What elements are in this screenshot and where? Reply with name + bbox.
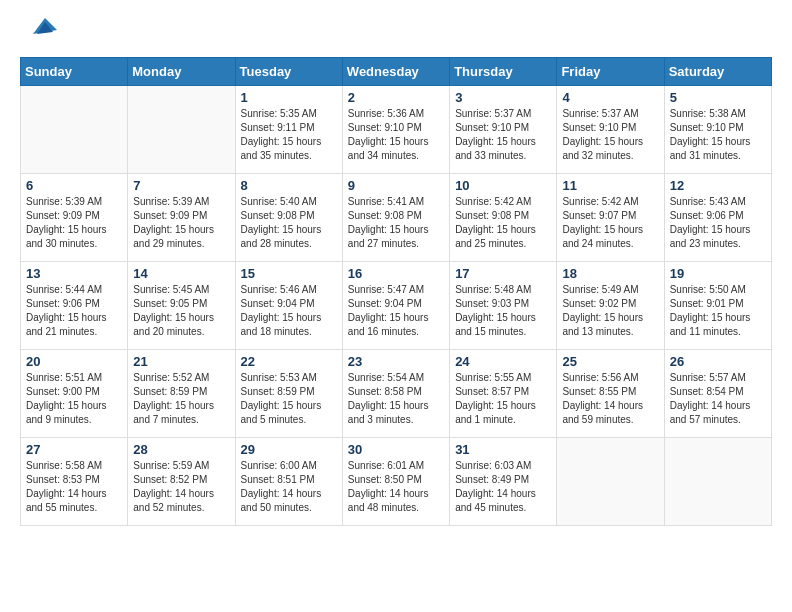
day-number: 10: [455, 178, 551, 193]
calendar-cell: 7Sunrise: 5:39 AM Sunset: 9:09 PM Daylig…: [128, 174, 235, 262]
day-number: 21: [133, 354, 229, 369]
day-number: 5: [670, 90, 766, 105]
day-number: 6: [26, 178, 122, 193]
day-header-sunday: Sunday: [21, 58, 128, 86]
calendar-week-row: 27Sunrise: 5:58 AM Sunset: 8:53 PM Dayli…: [21, 438, 772, 526]
calendar-cell: 5Sunrise: 5:38 AM Sunset: 9:10 PM Daylig…: [664, 86, 771, 174]
day-info: Sunrise: 5:49 AM Sunset: 9:02 PM Dayligh…: [562, 283, 658, 339]
day-info: Sunrise: 5:47 AM Sunset: 9:04 PM Dayligh…: [348, 283, 444, 339]
day-info: Sunrise: 5:41 AM Sunset: 9:08 PM Dayligh…: [348, 195, 444, 251]
day-header-saturday: Saturday: [664, 58, 771, 86]
day-number: 19: [670, 266, 766, 281]
day-info: Sunrise: 5:52 AM Sunset: 8:59 PM Dayligh…: [133, 371, 229, 427]
calendar-cell: 13Sunrise: 5:44 AM Sunset: 9:06 PM Dayli…: [21, 262, 128, 350]
calendar-cell: 2Sunrise: 5:36 AM Sunset: 9:10 PM Daylig…: [342, 86, 449, 174]
day-info: Sunrise: 5:42 AM Sunset: 9:07 PM Dayligh…: [562, 195, 658, 251]
calendar-week-row: 20Sunrise: 5:51 AM Sunset: 9:00 PM Dayli…: [21, 350, 772, 438]
day-number: 22: [241, 354, 337, 369]
calendar-cell: [21, 86, 128, 174]
day-info: Sunrise: 5:57 AM Sunset: 8:54 PM Dayligh…: [670, 371, 766, 427]
day-number: 3: [455, 90, 551, 105]
day-header-thursday: Thursday: [450, 58, 557, 86]
calendar-header-row: SundayMondayTuesdayWednesdayThursdayFrid…: [21, 58, 772, 86]
day-info: Sunrise: 5:37 AM Sunset: 9:10 PM Dayligh…: [562, 107, 658, 163]
calendar-cell: 22Sunrise: 5:53 AM Sunset: 8:59 PM Dayli…: [235, 350, 342, 438]
day-info: Sunrise: 5:39 AM Sunset: 9:09 PM Dayligh…: [133, 195, 229, 251]
calendar-cell: [664, 438, 771, 526]
day-info: Sunrise: 5:35 AM Sunset: 9:11 PM Dayligh…: [241, 107, 337, 163]
day-number: 7: [133, 178, 229, 193]
day-info: Sunrise: 5:46 AM Sunset: 9:04 PM Dayligh…: [241, 283, 337, 339]
calendar-cell: 18Sunrise: 5:49 AM Sunset: 9:02 PM Dayli…: [557, 262, 664, 350]
calendar-cell: 27Sunrise: 5:58 AM Sunset: 8:53 PM Dayli…: [21, 438, 128, 526]
day-header-monday: Monday: [128, 58, 235, 86]
calendar-cell: [128, 86, 235, 174]
calendar-cell: 9Sunrise: 5:41 AM Sunset: 9:08 PM Daylig…: [342, 174, 449, 262]
day-number: 12: [670, 178, 766, 193]
day-number: 2: [348, 90, 444, 105]
calendar-cell: 12Sunrise: 5:43 AM Sunset: 9:06 PM Dayli…: [664, 174, 771, 262]
calendar-cell: 31Sunrise: 6:03 AM Sunset: 8:49 PM Dayli…: [450, 438, 557, 526]
day-number: 18: [562, 266, 658, 281]
day-info: Sunrise: 5:45 AM Sunset: 9:05 PM Dayligh…: [133, 283, 229, 339]
day-number: 29: [241, 442, 337, 457]
calendar-cell: 14Sunrise: 5:45 AM Sunset: 9:05 PM Dayli…: [128, 262, 235, 350]
calendar-cell: 6Sunrise: 5:39 AM Sunset: 9:09 PM Daylig…: [21, 174, 128, 262]
day-info: Sunrise: 6:01 AM Sunset: 8:50 PM Dayligh…: [348, 459, 444, 515]
calendar-week-row: 6Sunrise: 5:39 AM Sunset: 9:09 PM Daylig…: [21, 174, 772, 262]
calendar-table: SundayMondayTuesdayWednesdayThursdayFrid…: [20, 57, 772, 526]
calendar-cell: 24Sunrise: 5:55 AM Sunset: 8:57 PM Dayli…: [450, 350, 557, 438]
day-number: 30: [348, 442, 444, 457]
day-info: Sunrise: 5:55 AM Sunset: 8:57 PM Dayligh…: [455, 371, 551, 427]
day-number: 24: [455, 354, 551, 369]
calendar-cell: 20Sunrise: 5:51 AM Sunset: 9:00 PM Dayli…: [21, 350, 128, 438]
day-number: 9: [348, 178, 444, 193]
calendar-cell: 23Sunrise: 5:54 AM Sunset: 8:58 PM Dayli…: [342, 350, 449, 438]
day-number: 15: [241, 266, 337, 281]
day-info: Sunrise: 6:00 AM Sunset: 8:51 PM Dayligh…: [241, 459, 337, 515]
day-number: 27: [26, 442, 122, 457]
day-info: Sunrise: 5:53 AM Sunset: 8:59 PM Dayligh…: [241, 371, 337, 427]
calendar-cell: 15Sunrise: 5:46 AM Sunset: 9:04 PM Dayli…: [235, 262, 342, 350]
page-header: [20, 20, 772, 42]
day-number: 4: [562, 90, 658, 105]
day-info: Sunrise: 5:44 AM Sunset: 9:06 PM Dayligh…: [26, 283, 122, 339]
calendar-cell: 8Sunrise: 5:40 AM Sunset: 9:08 PM Daylig…: [235, 174, 342, 262]
calendar-cell: 11Sunrise: 5:42 AM Sunset: 9:07 PM Dayli…: [557, 174, 664, 262]
day-number: 23: [348, 354, 444, 369]
calendar-cell: 30Sunrise: 6:01 AM Sunset: 8:50 PM Dayli…: [342, 438, 449, 526]
day-info: Sunrise: 5:37 AM Sunset: 9:10 PM Dayligh…: [455, 107, 551, 163]
logo-icon: [25, 10, 57, 42]
calendar-cell: 26Sunrise: 5:57 AM Sunset: 8:54 PM Dayli…: [664, 350, 771, 438]
calendar-cell: [557, 438, 664, 526]
day-info: Sunrise: 5:50 AM Sunset: 9:01 PM Dayligh…: [670, 283, 766, 339]
logo: [20, 20, 57, 42]
day-number: 25: [562, 354, 658, 369]
day-header-friday: Friday: [557, 58, 664, 86]
day-header-tuesday: Tuesday: [235, 58, 342, 86]
calendar-cell: 28Sunrise: 5:59 AM Sunset: 8:52 PM Dayli…: [128, 438, 235, 526]
calendar-cell: 19Sunrise: 5:50 AM Sunset: 9:01 PM Dayli…: [664, 262, 771, 350]
day-info: Sunrise: 5:43 AM Sunset: 9:06 PM Dayligh…: [670, 195, 766, 251]
day-info: Sunrise: 5:40 AM Sunset: 9:08 PM Dayligh…: [241, 195, 337, 251]
day-info: Sunrise: 5:51 AM Sunset: 9:00 PM Dayligh…: [26, 371, 122, 427]
day-number: 1: [241, 90, 337, 105]
day-header-wednesday: Wednesday: [342, 58, 449, 86]
day-number: 11: [562, 178, 658, 193]
day-number: 20: [26, 354, 122, 369]
day-info: Sunrise: 5:39 AM Sunset: 9:09 PM Dayligh…: [26, 195, 122, 251]
calendar-cell: 10Sunrise: 5:42 AM Sunset: 9:08 PM Dayli…: [450, 174, 557, 262]
day-number: 26: [670, 354, 766, 369]
day-info: Sunrise: 5:48 AM Sunset: 9:03 PM Dayligh…: [455, 283, 551, 339]
day-number: 31: [455, 442, 551, 457]
calendar-cell: 17Sunrise: 5:48 AM Sunset: 9:03 PM Dayli…: [450, 262, 557, 350]
calendar-cell: 4Sunrise: 5:37 AM Sunset: 9:10 PM Daylig…: [557, 86, 664, 174]
calendar-cell: 16Sunrise: 5:47 AM Sunset: 9:04 PM Dayli…: [342, 262, 449, 350]
day-info: Sunrise: 5:38 AM Sunset: 9:10 PM Dayligh…: [670, 107, 766, 163]
day-info: Sunrise: 5:36 AM Sunset: 9:10 PM Dayligh…: [348, 107, 444, 163]
calendar-cell: 29Sunrise: 6:00 AM Sunset: 8:51 PM Dayli…: [235, 438, 342, 526]
day-number: 17: [455, 266, 551, 281]
day-number: 28: [133, 442, 229, 457]
calendar-cell: 25Sunrise: 5:56 AM Sunset: 8:55 PM Dayli…: [557, 350, 664, 438]
day-info: Sunrise: 5:42 AM Sunset: 9:08 PM Dayligh…: [455, 195, 551, 251]
